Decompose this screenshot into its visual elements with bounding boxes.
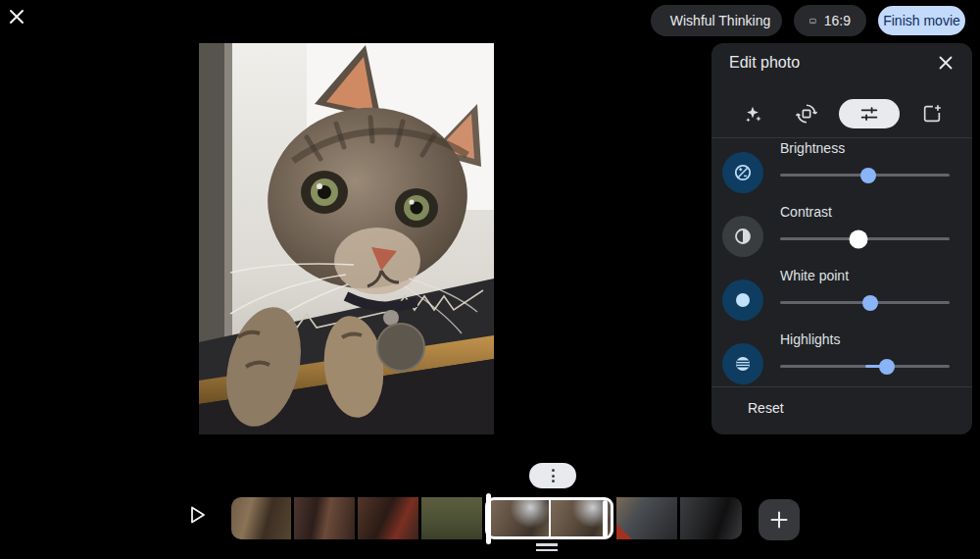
aspect-ratio-label: 16:9: [824, 13, 851, 28]
white-point-label: White point: [780, 268, 849, 283]
reset-button[interactable]: Reset: [711, 387, 972, 434]
contrast-row: Contrast: [711, 216, 972, 275]
highlights-slider[interactable]: [780, 357, 950, 375]
white-point-slider[interactable]: [780, 293, 950, 311]
highlights-slider-thumb[interactable]: [879, 359, 895, 375]
reset-label: Reset: [748, 400, 784, 416]
divider: [711, 137, 972, 138]
brightness-slider-thumb[interactable]: [860, 168, 876, 183]
soundtrack-label: Wishful Thinking: [670, 13, 770, 28]
finish-movie-button[interactable]: Finish movie: [878, 6, 965, 35]
panel-close-button[interactable]: [937, 54, 955, 72]
brightness-slider[interactable]: [780, 166, 950, 183]
exposure-icon: [722, 152, 763, 193]
timeline-drag-handle[interactable]: [536, 543, 558, 554]
finish-movie-label: Finish movie: [883, 13, 960, 28]
timeline-clip-7[interactable]: [680, 497, 742, 539]
clip-more-options-button[interactable]: [529, 463, 576, 488]
close-icon: [937, 54, 955, 72]
contrast-slider-thumb[interactable]: [849, 229, 867, 248]
cat-photo: [199, 43, 494, 434]
panel-title: Edit photo: [729, 54, 800, 72]
tune-sliders-icon: [858, 103, 880, 125]
contrast-icon: [722, 216, 763, 257]
crop-rotate-icon: [796, 103, 817, 125]
movie-editor-stage: Wishful Thinking 16:9 Finish movie: [0, 0, 980, 559]
close-editor-button[interactable]: [8, 8, 25, 25]
play-icon: [185, 503, 209, 527]
tab-crop-rotate[interactable]: [785, 99, 828, 128]
trim-handle-left[interactable]: [486, 493, 491, 544]
play-button[interactable]: [185, 503, 209, 527]
add-clip-button[interactable]: [759, 499, 800, 540]
contrast-label: Contrast: [780, 204, 832, 220]
close-icon: [8, 8, 25, 25]
edit-tabs: [711, 94, 972, 133]
aspect-ratio-icon: [809, 14, 816, 28]
white-point-slider-thumb[interactable]: [862, 295, 878, 311]
timeline-clip-4[interactable]: [421, 497, 482, 539]
photo-preview: [199, 43, 494, 434]
sparkle-icon: [742, 103, 763, 125]
timeline-clip-3[interactable]: [358, 497, 418, 539]
tab-auto-enhance[interactable]: [731, 99, 774, 128]
highlights-label: Highlights: [780, 331, 840, 347]
highlights-icon: [722, 343, 763, 384]
soundtrack-button[interactable]: Wishful Thinking: [651, 5, 782, 36]
more-options-dots: [552, 469, 555, 472]
brightness-label: Brightness: [780, 140, 845, 156]
contrast-slider[interactable]: [780, 229, 950, 247]
timeline-clip-1[interactable]: [231, 497, 291, 539]
timeline-clips: [231, 497, 742, 539]
tab-adjust[interactable]: [839, 99, 900, 128]
timeline-clip-selected[interactable]: [485, 497, 613, 539]
panel-header: Edit photo: [711, 43, 972, 82]
white-point-row: White point: [711, 280, 972, 338]
add-photo-icon: [921, 103, 943, 125]
clip-frame: [551, 500, 612, 536]
edit-photo-panel: Edit photo: [711, 43, 972, 434]
trim-handle-right[interactable]: [603, 500, 608, 537]
tab-insert-photo[interactable]: [910, 99, 954, 128]
clip-frame: [488, 500, 549, 536]
brightness-row: Brightness: [711, 152, 972, 211]
aspect-ratio-button[interactable]: 16:9: [794, 5, 866, 36]
timeline-clip-6[interactable]: [616, 497, 677, 539]
white-point-icon: [722, 280, 763, 321]
plus-icon: [768, 509, 790, 531]
timeline-clip-2[interactable]: [294, 497, 355, 539]
